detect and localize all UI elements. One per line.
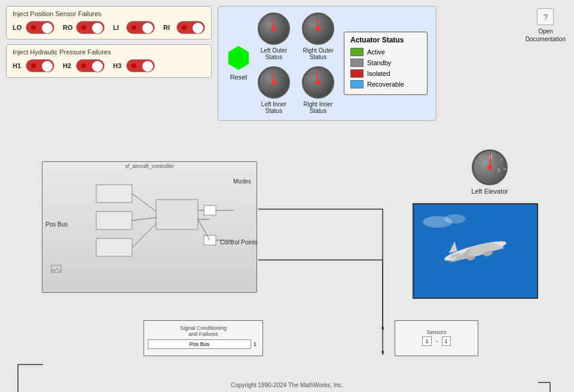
inject-hydraulic-box: Inject Hydraulic Pressure Failures H1 H2 (6, 44, 212, 78)
toggle-h2-switch[interactable] (76, 59, 105, 72)
modes-label: Modes (233, 178, 251, 185)
inject-column: Inject Position Sensor Failures LO RO (6, 6, 212, 121)
controller-title: sf_aircraft_controller (42, 162, 257, 170)
svg-text:1: 1 (497, 167, 500, 173)
toggle-lo-switch[interactable] (26, 21, 54, 34)
toggle-li-dot (132, 25, 136, 30)
elevator-label: Left Elevator (471, 188, 508, 195)
signal-conditioning-title: Signal Conditioningand Failures (180, 325, 227, 337)
svg-line-22 (132, 223, 156, 247)
reset-label: Reset (230, 74, 248, 81)
toggle-h1: H1 (13, 59, 54, 72)
signal-inner: Pos Bus 1 (144, 337, 262, 351)
gauge-left-outer-label: Left OuterStatus (261, 47, 287, 60)
gauge-right-inner-circle (302, 66, 334, 99)
toggle-h3: H3 (113, 59, 155, 72)
gauge-left-outer-center (271, 26, 276, 31)
signal-conditioning-block[interactable]: Signal Conditioningand Failures Pos Bus … (144, 320, 263, 356)
svg-rect-14 (96, 185, 132, 203)
elevator-gauge-svg: 0 1 (474, 151, 509, 187)
legend-isolated-swatch (350, 69, 364, 78)
toggle-h3-switch[interactable] (126, 59, 155, 72)
sensors-block[interactable]: Sensors 1 → 1 (395, 320, 478, 356)
svg-rect-17 (156, 200, 198, 229)
legend-recoverable-swatch (350, 80, 364, 88)
airplane-svg (414, 204, 537, 298)
gauge-right-inner-center (316, 80, 320, 85)
svg-rect-16 (96, 238, 132, 256)
gauge-right-outer-center (316, 26, 320, 31)
gauge-left-inner-center (271, 80, 276, 85)
actuator-gauges: Left OuterStatus Right OuterStatus (258, 13, 334, 114)
controller-inner (48, 173, 251, 280)
gauge-left-inner-circle (258, 66, 290, 99)
toggle-ro-switch[interactable] (76, 21, 105, 34)
reset-area: Reset (227, 46, 251, 81)
gauge-right-outer-circle (302, 13, 334, 45)
svg-line-20 (132, 194, 156, 212)
svg-line-21 (132, 218, 156, 220)
doc-button-area[interactable]: ? OpenDocumentation (526, 8, 566, 43)
toggle-li-label: LI (113, 24, 124, 31)
svg-line-32 (500, 158, 502, 161)
sensors-title: Sensors (426, 329, 446, 335)
svg-rect-15 (96, 212, 132, 229)
legend-recoverable-label: Recoverable (367, 81, 404, 88)
legend-standby-swatch (350, 59, 364, 67)
elevator-gauge-circle: 0 1 (472, 149, 508, 185)
toggle-li: LI (113, 21, 155, 34)
controller-block[interactable]: sf_aircraft_controller (42, 161, 257, 293)
toggle-li-switch[interactable] (126, 21, 155, 34)
doc-question-icon: ? (537, 8, 554, 25)
sensors-inner: 1 → 1 (420, 335, 453, 347)
control-points-label: Control Points (220, 239, 258, 246)
toggle-ri-dot (182, 25, 187, 30)
inject-hydraulic-title: Inject Hydraulic Pressure Failures (13, 48, 205, 56)
signal-value: 1 (251, 341, 259, 347)
toggle-h1-knob (42, 61, 53, 72)
copyright: Copyright 1990-2024 The MathWorks, Inc. (0, 382, 574, 388)
inject-position-title: Inject Position Sensor Failures (13, 10, 205, 17)
toggle-h1-dot (31, 63, 36, 68)
toggle-ro: RO (63, 21, 105, 34)
reset-button[interactable] (227, 46, 251, 70)
toggle-h1-label: H1 (13, 62, 23, 69)
legend-standby: Standby (350, 59, 421, 67)
gauge-right-inner: Right InnerStatus (302, 66, 334, 114)
gauge-left-inner: Left InnerStatus (258, 66, 290, 114)
position-toggle-row: LO RO LI (13, 21, 205, 34)
gauge-left-outer: Left OuterStatus (258, 13, 290, 60)
gauge-right-outer: Right OuterStatus (302, 13, 334, 60)
legend-active: Active (350, 48, 421, 56)
toggle-ro-knob (92, 23, 103, 33)
toggle-h2-knob (92, 61, 103, 72)
toggle-lo-label: LO (13, 24, 23, 31)
toggle-h1-switch[interactable] (26, 59, 54, 72)
legend-recoverable: Recoverable (350, 80, 421, 88)
toggle-h3-label: H3 (113, 62, 124, 69)
toggle-h2-dot (81, 63, 86, 68)
elevator-center (487, 165, 492, 170)
doc-label: OpenDocumentation (526, 27, 566, 43)
sensor-arrow: → (433, 338, 441, 344)
status-legend: Actuator Status Active Standby Isolated … (344, 32, 428, 95)
gauge-right-inner-label: Right InnerStatus (304, 101, 333, 114)
actuator-panel: Reset Left OuterStatus (218, 6, 436, 121)
top-section: Inject Position Sensor Failures LO RO (0, 0, 574, 121)
toggle-ri-switch[interactable] (176, 21, 205, 34)
toggle-h3-knob (142, 61, 153, 72)
toggle-lo-dot (31, 25, 36, 30)
legend-active-label: Active (367, 48, 385, 56)
plant-block[interactable] (413, 203, 538, 299)
svg-rect-18 (204, 206, 216, 215)
pos-bus-label: Pos Bus (45, 221, 68, 228)
controller-diagram-svg (48, 173, 252, 277)
signal-pos-bus: Pos Bus (148, 339, 251, 349)
toggle-ro-dot (81, 25, 86, 30)
legend-isolated: Isolated (350, 69, 421, 78)
sensor-val2: 1 (442, 336, 451, 346)
toggle-ri: RI (163, 21, 205, 34)
legend-active-swatch (350, 48, 364, 56)
gauge-right-outer-label: Right OuterStatus (303, 47, 333, 60)
toggle-h2: H2 (63, 59, 105, 72)
